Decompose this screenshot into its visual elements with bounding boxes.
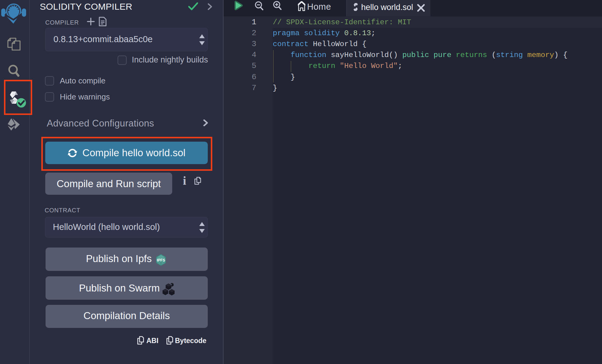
svg-text:IPFS: IPFS [157,258,165,262]
